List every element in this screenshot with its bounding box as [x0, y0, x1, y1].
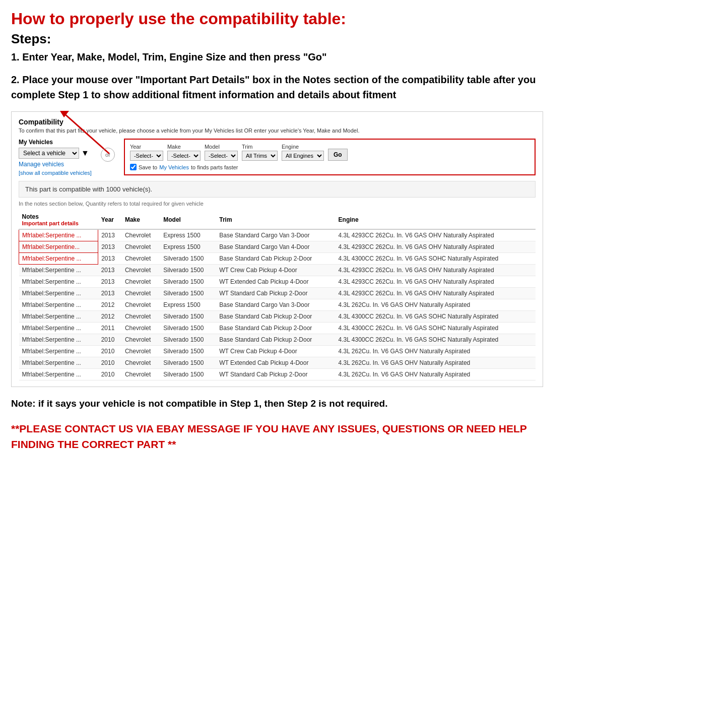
step2-text: 2. Place your mouse over "Important Part…: [11, 72, 543, 102]
notes-cell: Mfrlabel:Serpentine ...: [19, 369, 98, 380]
table-row: Mfrlabel:Serpentine ...2010ChevroletSilv…: [19, 334, 536, 346]
table-row: Mfrlabel:Serpentine ...2012ChevroletSilv…: [19, 311, 536, 323]
make-cell: Chevrolet: [122, 357, 160, 369]
compat-info-bar: This part is compatible with 1000 vehicl…: [19, 181, 536, 198]
year-label: Year: [130, 144, 163, 150]
quantity-note: In the notes section below, Quantity ref…: [19, 201, 536, 207]
vehicle-select-row: Select a vehicle ▼: [19, 148, 92, 159]
note-text: Note: if it says your vehicle is not com…: [11, 397, 543, 411]
th-make: Make: [122, 211, 160, 229]
table-row: Mfrlabel:Serpentine ...2011ChevroletSilv…: [19, 323, 536, 334]
make-cell: Chevrolet: [122, 288, 160, 299]
trim-cell: WT Extended Cab Pickup 4-Door: [216, 276, 335, 288]
table-row: Mfrlabel:Serpentine ...2013ChevroletSilv…: [19, 253, 536, 265]
trim-field: Trim All Trims: [242, 144, 278, 161]
table-row: Mfrlabel:Serpentine ...2013ChevroletSilv…: [19, 288, 536, 299]
trim-cell: Base Standard Cargo Van 3-Door: [216, 229, 335, 241]
trim-cell: WT Extended Cab Pickup 4-Door: [216, 357, 335, 369]
notes-cell: Mfrlabel:Serpentine ...: [19, 357, 98, 369]
steps-heading: Steps:: [11, 31, 543, 47]
make-cell: Chevrolet: [122, 241, 160, 253]
model-label: Model: [205, 144, 238, 150]
compatibility-box: Compatibility To confirm that this part …: [11, 111, 543, 387]
make-select[interactable]: -Select-: [167, 151, 201, 161]
compat-table: Notes Important part details Year Make M…: [19, 211, 536, 380]
year-field: Year -Select-: [130, 144, 163, 161]
save-label-prefix: Save to: [139, 164, 157, 170]
notes-cell: Mfrlabel:Serpentine ...: [19, 323, 98, 334]
table-row: Mfrlabel:Serpentine ...2010ChevroletSilv…: [19, 369, 536, 380]
year-cell: 2010: [98, 357, 122, 369]
make-cell: Chevrolet: [122, 346, 160, 357]
save-label-suffix: to finds parts faster: [191, 164, 238, 170]
my-vehicles-section: My Vehicles Select a vehicle ▼ Manage ve…: [19, 139, 92, 176]
table-row: Mfrlabel:Serpentine ...2013ChevroletSilv…: [19, 276, 536, 288]
make-cell: Chevrolet: [122, 369, 160, 380]
year-cell: 2013: [98, 288, 122, 299]
trim-cell: WT Standard Cab Pickup 2-Door: [216, 369, 335, 380]
th-notes: Notes Important part details: [19, 211, 98, 229]
model-cell: Silverado 1500: [160, 369, 216, 380]
table-row: Mfrlabel:Serpentine ...2013ChevroletSilv…: [19, 265, 536, 276]
notes-cell: Mfrlabel:Serpentine ...: [19, 276, 98, 288]
trim-label: Trim: [242, 144, 278, 150]
notes-header-sub: Important part details: [22, 220, 95, 226]
make-field: Make -Select-: [167, 144, 201, 161]
trim-cell: Base Standard Cargo Van 4-Door: [216, 241, 335, 253]
compat-top-row: My Vehicles Select a vehicle ▼ Manage ve…: [19, 139, 536, 176]
table-header-row: Notes Important part details Year Make M…: [19, 211, 536, 229]
engine-select[interactable]: All Engines: [282, 151, 324, 161]
my-vehicles-label: My Vehicles: [19, 139, 92, 146]
my-vehicles-link[interactable]: My Vehicles: [159, 164, 189, 170]
make-cell: Chevrolet: [122, 265, 160, 276]
model-cell: Silverado 1500: [160, 288, 216, 299]
th-year: Year: [98, 211, 122, 229]
save-checkbox-row: Save to My Vehicles to finds parts faste…: [130, 164, 530, 170]
model-cell: Silverado 1500: [160, 346, 216, 357]
year-cell: 2013: [98, 276, 122, 288]
model-cell: Express 1500: [160, 299, 216, 311]
year-select[interactable]: -Select-: [130, 151, 163, 161]
engine-label: Engine: [282, 144, 324, 150]
compat-count-text: This part is compatible with 1000 vehicl…: [25, 185, 152, 193]
table-row: Mfrlabel:Serpentine ...2012ChevroletExpr…: [19, 299, 536, 311]
trim-select[interactable]: All Trims: [242, 151, 278, 161]
show-all-link[interactable]: [show all compatible vehicles]: [19, 170, 92, 176]
engine-cell: 4.3L 4300CC 262Cu. In. V6 GAS SOHC Natur…: [336, 253, 536, 265]
make-label: Make: [167, 144, 201, 150]
manage-vehicles-link[interactable]: Manage vehicles: [19, 161, 92, 168]
engine-cell: 4.3L 4300CC 262Cu. In. V6 GAS SOHC Natur…: [336, 334, 536, 346]
model-select[interactable]: -Select-: [205, 151, 238, 161]
notes-cell: Mfrlabel:Serpentine ...: [19, 334, 98, 346]
main-title: How to properly use the compatibility ta…: [11, 9, 543, 28]
go-button[interactable]: Go: [328, 149, 348, 161]
notes-cell: Mfrlabel:Serpentine ...: [19, 229, 98, 241]
trim-cell: Base Standard Cab Pickup 2-Door: [216, 334, 335, 346]
notes-cell: Mfrlabel:Serpentine ...: [19, 265, 98, 276]
model-cell: Express 1500: [160, 229, 216, 241]
save-checkbox[interactable]: [130, 164, 137, 170]
notes-cell: Mfrlabel:Serpentine ...: [19, 288, 98, 299]
make-cell: Chevrolet: [122, 323, 160, 334]
vehicle-select[interactable]: Select a vehicle: [19, 148, 79, 159]
vehicle-form-row: Year -Select- Make -Select- Model: [130, 144, 530, 161]
model-cell: Silverado 1500: [160, 253, 216, 265]
trim-cell: WT Crew Cab Pickup 4-Door: [216, 346, 335, 357]
table-row: Mfrlabel:Serpentine ...2013ChevroletExpr…: [19, 229, 536, 241]
engine-cell: 4.3L 262Cu. In. V6 GAS OHV Naturally Asp…: [336, 369, 536, 380]
make-cell: Chevrolet: [122, 311, 160, 323]
table-row: Mfrlabel:Serpentine ...2010ChevroletSilv…: [19, 357, 536, 369]
trim-cell: WT Crew Cab Pickup 4-Door: [216, 265, 335, 276]
engine-cell: 4.3L 4300CC 262Cu. In. V6 GAS SOHC Natur…: [336, 311, 536, 323]
year-cell: 2012: [98, 299, 122, 311]
year-cell: 2013: [98, 253, 122, 265]
year-cell: 2011: [98, 323, 122, 334]
make-cell: Chevrolet: [122, 229, 160, 241]
or-circle: or: [101, 148, 115, 162]
make-cell: Chevrolet: [122, 334, 160, 346]
engine-cell: 4.3L 262Cu. In. V6 GAS OHV Naturally Asp…: [336, 357, 536, 369]
model-cell: Silverado 1500: [160, 311, 216, 323]
year-cell: 2010: [98, 334, 122, 346]
engine-cell: 4.3L 262Cu. In. V6 GAS OHV Naturally Asp…: [336, 346, 536, 357]
notes-cell: Mfrlabel:Serpentine...: [19, 241, 98, 253]
